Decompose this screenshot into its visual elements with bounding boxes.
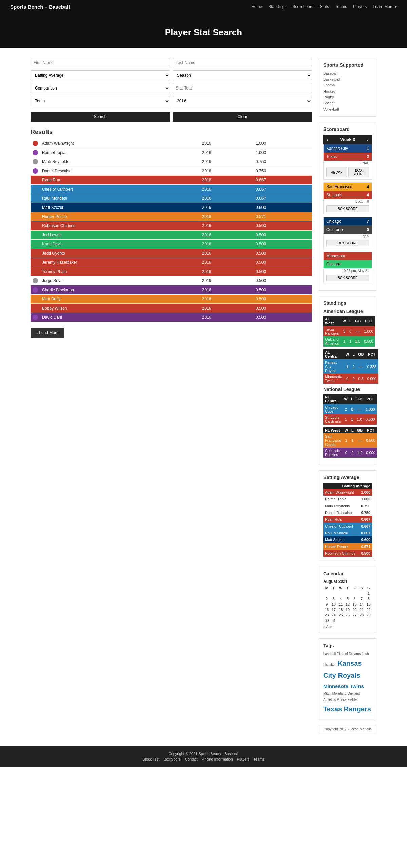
standings-team[interactable]: Oakland Athletics bbox=[323, 336, 341, 347]
player-name[interactable]: Jeremy Hazelbaker bbox=[40, 258, 200, 267]
calendar-day-cell[interactable]: 6 bbox=[351, 596, 358, 601]
first-name-input[interactable] bbox=[31, 58, 170, 67]
tag-item[interactable]: baseball bbox=[323, 652, 337, 656]
calendar-day-cell[interactable]: 26 bbox=[344, 612, 351, 618]
calendar-day-cell[interactable]: 3 bbox=[330, 596, 337, 601]
batting-player-name[interactable]: Adam Wainwright bbox=[323, 489, 359, 496]
batting-player-name[interactable]: Daniel Descalso bbox=[323, 509, 359, 516]
batting-player-name[interactable]: Raimel Tapia bbox=[323, 496, 359, 502]
footer-link[interactable]: Teams bbox=[253, 757, 264, 761]
calendar-day-cell[interactable]: 17 bbox=[330, 607, 337, 612]
calendar-day-cell[interactable]: 31 bbox=[330, 618, 337, 623]
calendar-day-cell[interactable]: 20 bbox=[351, 607, 358, 612]
standings-team[interactable]: Minnesota Twins bbox=[323, 374, 344, 384]
team-select[interactable]: Team bbox=[31, 96, 170, 106]
nav-stats[interactable]: Stats bbox=[320, 4, 329, 9]
calendar-day-cell[interactable]: 1 bbox=[365, 591, 372, 596]
player-name[interactable]: Raul Mondesi bbox=[40, 194, 200, 203]
footer-link[interactable]: Box Score bbox=[163, 757, 181, 761]
calendar-day-cell[interactable]: 13 bbox=[351, 601, 358, 607]
calendar-day-cell[interactable]: 4 bbox=[337, 596, 344, 601]
calendar-day-cell[interactable]: 29 bbox=[365, 612, 372, 618]
calendar-day-cell[interactable]: 19 bbox=[344, 607, 351, 612]
calendar-day-cell[interactable]: 2 bbox=[323, 596, 330, 601]
calendar-day-cell[interactable]: 25 bbox=[337, 612, 344, 618]
player-name[interactable]: Hunter Pence bbox=[40, 212, 200, 221]
batting-player-name[interactable]: Mark Reynolds bbox=[323, 502, 359, 509]
tag-item[interactable]: Prince Fielder bbox=[337, 698, 358, 702]
box-score-button[interactable]: BOX SCORE bbox=[348, 167, 369, 177]
player-name[interactable]: Jed Lowrie bbox=[40, 231, 200, 240]
calendar-day-cell[interactable]: 21 bbox=[358, 607, 365, 612]
player-name[interactable]: Jorge Solar bbox=[40, 276, 200, 285]
standings-team[interactable]: Colorado Rockies bbox=[323, 448, 343, 458]
batting-player-name[interactable]: Raul Mondesi bbox=[323, 530, 359, 536]
tag-item[interactable]: Field of Dreams bbox=[337, 652, 362, 656]
nav-standings[interactable]: Standings bbox=[268, 4, 286, 9]
calendar-day-cell[interactable]: 7 bbox=[358, 596, 365, 601]
player-name[interactable]: Jedd Gyorko bbox=[40, 249, 200, 258]
player-name[interactable]: Adam Wainwright bbox=[40, 139, 200, 148]
calendar-day-cell[interactable]: 15 bbox=[365, 601, 372, 607]
player-name[interactable]: David Dahl bbox=[40, 313, 200, 322]
player-name[interactable]: Matt Szczur bbox=[40, 203, 200, 212]
batting-player-name[interactable]: Hunter Pence bbox=[323, 543, 359, 550]
calendar-prev-link[interactable]: « Apr bbox=[323, 625, 372, 629]
player-name[interactable]: Ryan Rua bbox=[40, 176, 200, 185]
tag-item[interactable]: Mitch Moreland bbox=[323, 692, 347, 695]
footer-link[interactable]: Players bbox=[237, 757, 250, 761]
box-score-button[interactable]: BOX SCORE bbox=[326, 240, 369, 246]
footer-link[interactable]: Contact bbox=[185, 757, 198, 761]
box-score-button[interactable]: BOX SCORE bbox=[326, 275, 369, 281]
calendar-day-cell[interactable]: 16 bbox=[323, 607, 330, 612]
calendar-day-cell[interactable]: 30 bbox=[323, 618, 330, 623]
calendar-day-cell[interactable]: 14 bbox=[358, 601, 365, 607]
standings-team[interactable]: Chicago Cubs bbox=[323, 404, 342, 414]
nav-learn-more[interactable]: Learn More ▾ bbox=[373, 4, 397, 9]
stat-type-select[interactable]: Batting Average bbox=[31, 70, 170, 80]
batting-player-name[interactable]: Ryan Rua bbox=[323, 516, 359, 523]
batting-player-name[interactable]: Cheslor Cuthbert bbox=[323, 523, 359, 530]
calendar-day-cell[interactable]: 8 bbox=[365, 596, 372, 601]
year-select[interactable]: 2016 bbox=[173, 96, 312, 106]
batting-player-name[interactable]: Matt Szczur bbox=[323, 536, 359, 543]
player-name[interactable]: Bobby Wilson bbox=[40, 304, 200, 313]
player-name[interactable]: Daniel Descalso bbox=[40, 166, 200, 176]
recap-button[interactable]: RECAP bbox=[326, 167, 347, 177]
load-more-button[interactable]: ↓ Load More bbox=[31, 328, 64, 338]
standings-team[interactable]: Texas Rangers bbox=[323, 326, 341, 336]
search-button[interactable]: Search bbox=[31, 112, 170, 122]
standings-team[interactable]: San Francisco Giants bbox=[323, 433, 343, 448]
calendar-day-cell[interactable]: 10 bbox=[330, 601, 337, 607]
player-name[interactable]: Robinson Chirinos bbox=[40, 221, 200, 231]
stat-total-input[interactable] bbox=[173, 83, 312, 93]
calendar-day-cell[interactable]: 27 bbox=[351, 612, 358, 618]
player-name[interactable]: Cheslor Cuthbert bbox=[40, 185, 200, 194]
calendar-day-cell[interactable]: 24 bbox=[330, 612, 337, 618]
batting-player-name[interactable]: Robinson Chirinos bbox=[323, 550, 359, 557]
nav-teams[interactable]: Teams bbox=[335, 4, 347, 9]
calendar-day-cell[interactable]: 22 bbox=[365, 607, 372, 612]
comparison-select[interactable]: Comparison bbox=[31, 83, 170, 93]
nav-players[interactable]: Players bbox=[353, 4, 367, 9]
clear-button[interactable]: Clear bbox=[173, 112, 312, 122]
scoreboard-prev-arrow[interactable]: ‹ bbox=[327, 137, 328, 142]
player-name[interactable]: Tommy Pham bbox=[40, 267, 200, 276]
last-name-input[interactable] bbox=[173, 58, 312, 67]
calendar-day-cell[interactable]: 18 bbox=[337, 607, 344, 612]
season-select[interactable]: Season bbox=[173, 70, 312, 80]
nav-home[interactable]: Home bbox=[251, 4, 262, 9]
tag-item[interactable]: Minnesota Twins bbox=[323, 683, 364, 689]
standings-team[interactable]: Kansas City Royals bbox=[323, 359, 344, 374]
footer-link[interactable]: Pricing Information bbox=[202, 757, 233, 761]
calendar-day-cell[interactable]: 12 bbox=[344, 601, 351, 607]
calendar-day-cell[interactable]: 28 bbox=[358, 612, 365, 618]
nav-scoreboard[interactable]: Scoreboard bbox=[293, 4, 314, 9]
tag-item[interactable]: Texas Rangers bbox=[323, 705, 371, 713]
player-name[interactable]: Charlie Blackmon bbox=[40, 285, 200, 295]
player-name[interactable]: Raimel Tapia bbox=[40, 148, 200, 157]
scoreboard-next-arrow[interactable]: › bbox=[367, 137, 369, 142]
player-name[interactable]: Mark Reynolds bbox=[40, 157, 200, 166]
standings-team[interactable]: St. Louis Cardinals bbox=[323, 414, 342, 425]
calendar-day-cell[interactable]: 9 bbox=[323, 601, 330, 607]
